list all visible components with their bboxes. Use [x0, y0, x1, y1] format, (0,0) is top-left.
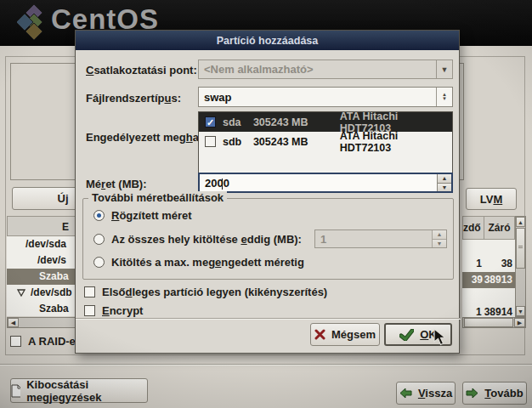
spinner-up-icon[interactable]: ▲	[433, 230, 446, 240]
mount-point-combo[interactable]: <Nem alkalmazható> ▼	[198, 60, 453, 79]
table-row-selected[interactable]: 39 38913	[462, 272, 515, 288]
vertical-scrollbar[interactable]: ▲ ▼	[515, 216, 526, 317]
end-cell: 38913	[483, 272, 515, 288]
size-spinbox[interactable]: 2000 ▲▼	[198, 173, 453, 193]
drive-name: sdb	[223, 136, 253, 148]
mount-point-label: Csatlakoztatási pont:	[86, 64, 197, 76]
filesystem-type-value: swap	[199, 91, 436, 104]
encrypt-row[interactable]: Encrypt	[84, 304, 143, 317]
fixed-size-radio[interactable]	[93, 210, 105, 221]
drive-size: 305243 MB	[253, 136, 340, 148]
fill-to-radio[interactable]	[93, 234, 105, 245]
device-cell: /dev/sdb	[31, 286, 72, 298]
size-label: Méret (MB):	[86, 178, 147, 190]
start-cell: 1	[462, 256, 484, 272]
spinner-down-icon[interactable]: ▼	[438, 184, 451, 192]
scroll-right-icon[interactable]: ▶	[514, 318, 525, 327]
table-row[interactable]	[462, 240, 515, 256]
scrollbar-thumb[interactable]	[516, 228, 525, 269]
fill-to-value: 1	[315, 233, 432, 246]
drive-checkbox-sdb[interactable]	[205, 136, 216, 147]
bottom-separator	[0, 364, 532, 366]
next-arrow-icon	[466, 388, 478, 399]
back-button-label: Vissza	[418, 387, 452, 400]
centos-logo-icon	[17, 3, 51, 41]
next-button[interactable]: Tovább	[462, 382, 527, 405]
encrypt-checkbox[interactable]	[84, 305, 95, 316]
fixed-size-label: Rögzített méret	[111, 209, 192, 222]
next-button-label: Tovább	[484, 387, 523, 400]
size-value[interactable]: 2000	[200, 177, 437, 190]
expander-icon[interactable]	[17, 289, 25, 297]
encrypt-label: Encrypt	[102, 304, 143, 317]
fill-to-label: Az összes hely kitöltése eddig (MB):	[111, 233, 302, 246]
end-header-label: Záró	[488, 222, 510, 234]
table-row[interactable]: 1 38914	[462, 304, 515, 317]
filesystem-type-combo[interactable]: swap ▲▼	[198, 87, 453, 107]
ok-check-icon	[399, 329, 414, 341]
dialog-titlebar[interactable]: Partíció hozzáadása	[76, 31, 459, 50]
force-primary-label: Elsődleges partíció legyen (kikényszerít…	[102, 286, 327, 298]
dialog-title: Partíció hozzáadása	[217, 35, 319, 47]
drive-name: sda	[223, 116, 253, 128]
device-cell: Szaba	[39, 303, 69, 314]
drive-row-sdb[interactable]: sdb 305243 MB ATA Hitachi HDT72103	[199, 132, 452, 151]
back-arrow-icon	[399, 388, 412, 399]
drive-size: 305243 MB	[253, 116, 340, 128]
fill-to-spinbox[interactable]: 1 ▲▼	[314, 230, 447, 248]
add-partition-dialog: Partíció hozzáadása Csatlakoztatási pont…	[75, 30, 460, 354]
fixed-size-option[interactable]: Rögzített méret	[93, 209, 192, 222]
start-cell: 1	[462, 304, 484, 317]
fill-max-option[interactable]: Kitöltés a max. megengedett méretig	[93, 256, 304, 269]
start-column-header[interactable]: zdő	[462, 216, 484, 240]
scrollbar-thumb[interactable]	[464, 318, 513, 327]
scroll-left-icon[interactable]: ◀	[8, 318, 19, 327]
text-caret	[222, 178, 223, 190]
horizontal-scrollbar-right[interactable]: ▶	[462, 317, 526, 328]
device-cell: /dev/sda	[25, 238, 66, 250]
raid-checkbox[interactable]	[10, 336, 21, 347]
cancel-button[interactable]: Mégsem	[310, 323, 380, 346]
scroll-up-icon[interactable]: ▲	[516, 217, 525, 227]
spinner-down-icon[interactable]: ▼	[433, 240, 446, 248]
partition-table-right: zdő Záró 1 38 39 38913 1 38914	[462, 216, 515, 317]
fill-to-spinner[interactable]: ▲▼	[432, 230, 446, 247]
device-cell: Szaba	[39, 270, 69, 282]
back-button[interactable]: Vissza	[396, 382, 456, 405]
size-options-title: További méretbeállítások	[88, 191, 227, 204]
release-notes-label: Kibocsátási megjegyzések	[26, 378, 147, 404]
combo-stepper-icon[interactable]: ▲▼	[436, 88, 452, 106]
mount-point-value: <Nem alkalmazható>	[199, 63, 436, 76]
installer-screen: CentOS Új LVM E /dev/sda /dev/s Szaba /d…	[0, 0, 532, 408]
cancel-x-icon	[314, 329, 325, 340]
start-header-label: zdő	[463, 222, 481, 234]
drive-model: ATA Hitachi HDT72103	[340, 130, 452, 154]
release-notes-button[interactable]: Kibocsátási megjegyzések	[10, 378, 148, 403]
mouse-cursor	[433, 328, 446, 346]
force-primary-checkbox[interactable]	[84, 286, 95, 298]
end-cell: 38	[484, 256, 515, 272]
size-options-frame: További méretbeállítások Rögzített méret…	[82, 198, 454, 280]
drive-checkbox-sda[interactable]: ✓	[205, 116, 216, 128]
table-row[interactable]	[462, 288, 515, 304]
fill-max-label: Kitöltés a max. megengedett méretig	[111, 256, 304, 269]
lvm-button[interactable]: LVM	[466, 188, 517, 210]
dropdown-arrow-icon[interactable]: ▼	[436, 60, 452, 78]
end-column-header[interactable]: Záró	[484, 216, 515, 240]
end-cell: 38914	[484, 304, 515, 317]
device-cell: /dev/s	[37, 254, 66, 266]
force-primary-row[interactable]: Elsődleges partíció legyen (kikényszerít…	[84, 286, 327, 298]
new-button-label: Új	[57, 192, 68, 205]
document-icon	[11, 384, 20, 398]
device-header-label: E	[62, 221, 69, 233]
spinner-up-icon[interactable]: ▲	[438, 174, 451, 184]
dialog-separator	[76, 318, 461, 320]
cancel-button-label: Mégsem	[331, 328, 376, 341]
start-cell: 39	[462, 272, 483, 288]
allowed-drives-list: ✓ sda 305243 MB ATA Hitachi HDT72103 sdb…	[198, 111, 453, 174]
fill-max-radio[interactable]	[93, 257, 105, 268]
scroll-down-icon[interactable]: ▼	[516, 306, 525, 316]
fill-to-option[interactable]: Az összes hely kitöltése eddig (MB):	[93, 233, 302, 246]
table-row[interactable]: 1 38	[462, 256, 515, 272]
size-spinner[interactable]: ▲▼	[437, 174, 451, 191]
